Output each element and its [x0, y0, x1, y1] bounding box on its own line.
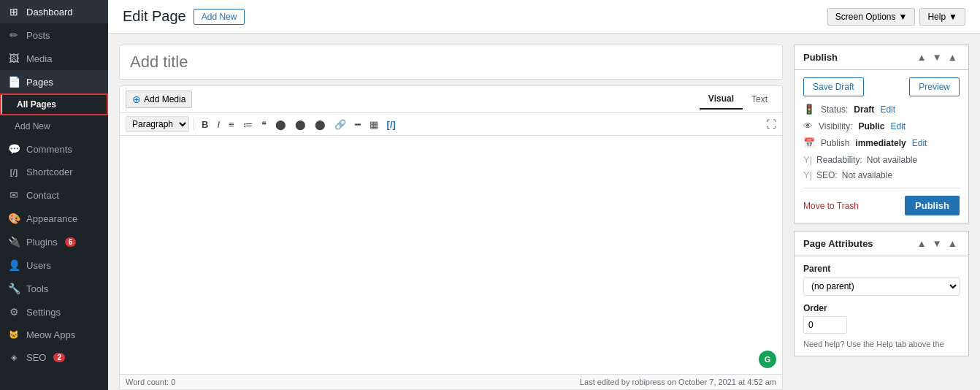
- seo-value: Not available: [842, 170, 892, 180]
- sidebar-item-appearance[interactable]: 🎨 Appearance: [0, 207, 108, 230]
- shortcoder-icon: [/]: [7, 168, 20, 177]
- panel-arrow-up[interactable]: ▲: [914, 51, 928, 64]
- align-right-button[interactable]: ⬤: [312, 118, 329, 131]
- shortcode-button[interactable]: [/]: [384, 118, 399, 131]
- move-to-trash-link[interactable]: Move to Trash: [803, 201, 859, 211]
- sidebar-item-all-pages[interactable]: All Pages: [0, 93, 108, 115]
- topbar-left: Edit Page Add New: [123, 8, 245, 25]
- attr-arrow-up[interactable]: ▲: [914, 237, 928, 250]
- ordered-list-button[interactable]: ≔: [240, 118, 256, 131]
- sidebar-item-label: Add New: [15, 121, 50, 131]
- editor-tabs: Visual Text: [700, 89, 776, 110]
- status-icon: 🚦: [803, 104, 815, 115]
- publish-panel-body: Save Draft Preview 🚦 Status: Draft Edit …: [795, 70, 968, 223]
- yoast-readability-icon: Y|: [803, 154, 812, 165]
- visibility-icon: 👁: [803, 121, 813, 131]
- publish-time-value: immediately: [855, 138, 906, 148]
- help-chevron-icon: ▼: [949, 12, 957, 22]
- right-panels: Publish ▲ ▼ ▲ Save Draft Preview 🚦 Statu…: [794, 45, 969, 390]
- panel-arrow-down[interactable]: ▼: [930, 51, 944, 64]
- tab-text[interactable]: Text: [743, 89, 776, 110]
- panel-arrows: ▲ ▼ ▲: [914, 51, 960, 64]
- visibility-edit-link[interactable]: Edit: [890, 121, 906, 131]
- sidebar-item-pages[interactable]: 📄 Pages: [0, 70, 108, 93]
- topbar-right: Screen Options ▼ Help ▼: [827, 8, 965, 26]
- sidebar-item-settings[interactable]: ⚙ Settings: [0, 300, 108, 324]
- editor-content[interactable]: G: [120, 136, 782, 374]
- status-value: Draft: [854, 104, 874, 115]
- sidebar-item-media[interactable]: 🖼 Media: [0, 47, 108, 70]
- sidebar-item-label: Users: [26, 260, 51, 271]
- media-icon: 🖼: [7, 53, 20, 64]
- paragraph-select[interactable]: Paragraph: [126, 116, 189, 132]
- preview-button[interactable]: Preview: [909, 77, 960, 96]
- publish-time-row: 📅 Publish immediately Edit: [803, 137, 960, 148]
- sidebar-item-users[interactable]: 👤 Users: [0, 253, 108, 277]
- link-button[interactable]: 🔗: [332, 118, 349, 131]
- sidebar-item-contact[interactable]: ✉ Contact: [0, 183, 108, 207]
- readability-label: Readability:: [816, 155, 862, 165]
- panel-collapse[interactable]: ▲: [946, 51, 960, 64]
- unordered-list-button[interactable]: ≡: [226, 118, 237, 131]
- table-button[interactable]: ▦: [367, 118, 381, 131]
- sidebar-item-posts[interactable]: ✏ Posts: [0, 23, 108, 47]
- sidebar-item-seo[interactable]: ◈ SEO 2: [0, 346, 108, 369]
- sidebar-item-meow-apps[interactable]: 🐱 Meow Apps: [0, 324, 108, 346]
- italic-button[interactable]: I: [214, 118, 223, 131]
- sidebar-item-label: Shortcoder: [26, 167, 73, 177]
- title-input[interactable]: [119, 45, 783, 80]
- add-media-button[interactable]: ⊕ Add Media: [126, 91, 192, 108]
- posts-icon: ✏: [7, 29, 20, 41]
- publish-time-edit-link[interactable]: Edit: [912, 138, 927, 148]
- screen-options-chevron-icon: ▼: [899, 12, 908, 22]
- fullscreen-button[interactable]: ⛶: [766, 118, 776, 130]
- page-attr-panel-arrows: ▲ ▼ ▲: [914, 237, 960, 250]
- seo-badge: 2: [53, 353, 65, 362]
- page-attributes-title: Page Attributes: [803, 238, 873, 249]
- editor-toolbar: Paragraph B I ≡ ≔ ❝ ⬤ ⬤ ⬤ 🔗 ━ ▦ [/] ⛶: [120, 113, 782, 136]
- last-edited: Last edited by robipress on October 7, 2…: [580, 378, 776, 386]
- visibility-row: 👁 Visibility: Public Edit: [803, 121, 960, 131]
- editor-area: ⊕ Add Media Visual Text Paragraph B I: [119, 45, 783, 390]
- attr-arrow-down[interactable]: ▼: [930, 237, 944, 250]
- bold-button[interactable]: B: [199, 118, 211, 131]
- parent-select[interactable]: (no parent): [803, 277, 960, 296]
- save-draft-button[interactable]: Save Draft: [803, 77, 864, 96]
- readability-value: Not available: [867, 155, 917, 165]
- readability-row: Y| Readability: Not available: [803, 154, 960, 165]
- sidebar-item-add-new[interactable]: Add New: [0, 115, 108, 137]
- plugins-icon: 🔌: [7, 236, 20, 248]
- align-left-button[interactable]: ⬤: [272, 118, 289, 131]
- page-attributes-header: Page Attributes ▲ ▼ ▲: [795, 232, 968, 256]
- editor-footer: Word count: 0 Last edited by robipress o…: [120, 374, 782, 389]
- help-button[interactable]: Help ▼: [919, 8, 965, 26]
- publish-panel-title: Publish: [803, 52, 838, 63]
- sidebar-item-comments[interactable]: 💬 Comments: [0, 137, 108, 161]
- sidebar-item-label: Contact: [26, 190, 59, 201]
- order-input[interactable]: [803, 316, 847, 334]
- visibility-label: Visibility:: [819, 121, 852, 131]
- topbar: Edit Page Add New Screen Options ▼ Help …: [108, 0, 980, 34]
- tools-icon: 🔧: [7, 283, 20, 294]
- status-edit-link[interactable]: Edit: [880, 104, 895, 115]
- screen-options-label: Screen Options: [835, 12, 896, 22]
- sidebar-item-shortcoder[interactable]: [/] Shortcoder: [0, 161, 108, 183]
- screen-options-button[interactable]: Screen Options ▼: [827, 8, 916, 26]
- sidebar-item-tools[interactable]: 🔧 Tools: [0, 277, 108, 300]
- publish-panel-header: Publish ▲ ▼ ▲: [795, 45, 968, 70]
- plugins-badge: 6: [65, 237, 77, 247]
- sidebar-item-dashboard[interactable]: ⊞ Dashboard: [0, 0, 108, 23]
- users-icon: 👤: [7, 259, 20, 271]
- sidebar-item-plugins[interactable]: 🔌 Plugins 6: [0, 230, 108, 253]
- contact-icon: ✉: [7, 189, 20, 201]
- add-new-button[interactable]: Add New: [194, 9, 245, 25]
- seo-row: Y| SEO: Not available: [803, 169, 960, 180]
- blockquote-button[interactable]: ❝: [259, 118, 269, 131]
- horizontal-rule-button[interactable]: ━: [352, 118, 364, 131]
- publish-time-label: Publish: [821, 138, 849, 148]
- publish-top-actions: Save Draft Preview: [803, 77, 960, 96]
- attr-collapse[interactable]: ▲: [946, 237, 960, 250]
- tab-visual[interactable]: Visual: [700, 89, 743, 110]
- publish-button[interactable]: Publish: [905, 196, 960, 215]
- align-center-button[interactable]: ⬤: [292, 118, 309, 131]
